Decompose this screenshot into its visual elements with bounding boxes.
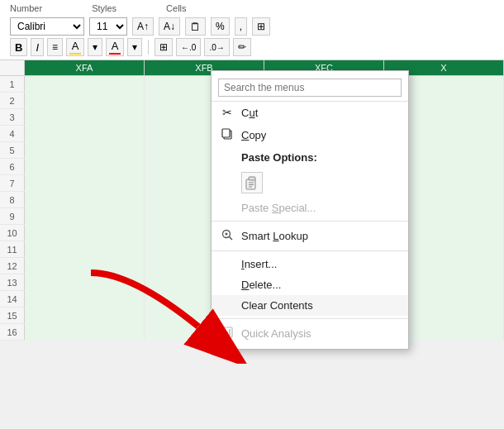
row-number: 12 xyxy=(0,258,25,274)
paste-icon-box xyxy=(212,168,408,198)
styles-label: Styles xyxy=(92,3,116,13)
row-number: 16 xyxy=(0,324,25,340)
grid-cell[interactable] xyxy=(25,225,145,241)
grid-cell[interactable] xyxy=(25,192,145,208)
ribbon: Number Styles Cells Calibri 11 A↑ A↓ 🗒 %… xyxy=(0,0,504,60)
row-number: 1 xyxy=(0,76,25,92)
row-number: 15 xyxy=(0,307,25,323)
row-number: 10 xyxy=(0,225,25,241)
grid-cell[interactable] xyxy=(25,76,145,93)
ribbon-sep xyxy=(148,40,149,55)
cells-label: Cells xyxy=(166,3,186,13)
grid-cell[interactable] xyxy=(25,324,145,341)
grid-cell[interactable] xyxy=(25,93,145,109)
row-number: 2 xyxy=(0,93,25,108)
grid-cell[interactable] xyxy=(25,208,145,225)
menu-item-copy[interactable]: Copy xyxy=(212,123,408,147)
highlight-icon: A xyxy=(72,40,79,52)
menu-item-delete[interactable]: Delete... xyxy=(212,274,408,295)
grid-cell[interactable] xyxy=(25,307,145,324)
italic-btn[interactable]: I xyxy=(31,38,44,56)
font-color-bar xyxy=(109,53,121,55)
cell-styles-btn[interactable]: 🗒 xyxy=(185,17,206,36)
menu-item-paste-options-header: Paste Options: xyxy=(212,147,408,168)
grid-cell[interactable] xyxy=(25,159,145,175)
menu-item-quick-analysis[interactable]: Quick Analysis xyxy=(212,322,408,346)
increase-font-btn[interactable]: A↑ xyxy=(132,17,154,36)
increase-decimal-btn[interactable]: .0→ xyxy=(204,38,229,56)
bold-btn[interactable]: B xyxy=(10,38,27,56)
font-color-btn[interactable]: A xyxy=(106,38,124,56)
copy-icon xyxy=(220,127,235,143)
row-header-spacer xyxy=(0,60,25,75)
col-header-xfa[interactable]: XFA xyxy=(25,60,145,75)
highlight-color-btn[interactable]: A xyxy=(66,38,84,56)
ribbon-row2: B I ≡ A ▾ A ▾ ⊞ ←.0 .0→ ✏ xyxy=(7,38,497,56)
highlight-bar xyxy=(69,53,81,55)
menu-item-cut[interactable]: ✂ Cut xyxy=(212,102,408,123)
font-size-select[interactable]: 11 xyxy=(89,17,127,36)
search-box-wrap xyxy=(212,74,408,102)
paste-icon-btn[interactable] xyxy=(241,172,263,193)
row-number: 3 xyxy=(0,109,25,125)
row-number: 7 xyxy=(0,175,25,191)
paste-special-label: Paste Special... xyxy=(241,202,316,214)
menu-sep-3 xyxy=(212,318,408,319)
align-btn[interactable]: ≡ xyxy=(47,38,63,56)
menu-item-paste-special[interactable]: Paste Special... xyxy=(212,198,408,218)
dropdown-btn1[interactable]: ▾ xyxy=(88,38,102,56)
svg-rect-1 xyxy=(222,129,230,137)
font-color-icon: A xyxy=(112,40,119,52)
ribbon-row1: Calibri 11 A↑ A↓ 🗒 % , ⊞ xyxy=(7,17,497,36)
ribbon-section-labels: Number Styles Cells xyxy=(7,3,497,13)
row-number: 8 xyxy=(0,192,25,207)
cut-label: Cut xyxy=(241,107,258,119)
clear-contents-label: Clear Contents xyxy=(241,299,313,312)
row-number: 6 xyxy=(0,159,25,174)
row-number: 11 xyxy=(0,241,25,257)
smart-lookup-label: Smart Lookup xyxy=(241,230,308,242)
comma-btn[interactable]: , xyxy=(235,17,247,36)
menu-sep-2 xyxy=(212,250,408,251)
decrease-decimal-btn[interactable]: ←.0 xyxy=(176,38,201,56)
row-number: 4 xyxy=(0,126,25,141)
copy-label: Copy xyxy=(241,129,266,141)
context-menu: ✂ Cut Copy Paste Options: Paste Spe xyxy=(211,70,409,350)
row-number: 13 xyxy=(0,274,25,290)
cut-icon: ✂ xyxy=(220,106,235,119)
number-label: Number xyxy=(10,3,42,13)
grid-cell[interactable] xyxy=(25,126,145,142)
borders-btn[interactable]: ⊞ xyxy=(155,38,173,56)
grid-cell[interactable] xyxy=(25,274,145,291)
insert-label: Insert... xyxy=(241,258,277,270)
quick-analysis-label: Quick Analysis xyxy=(241,327,311,340)
menu-item-clear-contents[interactable]: Clear Contents xyxy=(212,295,408,316)
menu-item-insert[interactable]: Insert... xyxy=(212,254,408,274)
dropdown-btn2[interactable]: ▾ xyxy=(127,38,142,56)
grid-cell[interactable] xyxy=(25,258,145,274)
svg-line-8 xyxy=(230,237,233,241)
decrease-font-btn[interactable]: A↓ xyxy=(159,17,180,36)
row-number: 14 xyxy=(0,291,25,307)
delete-label: Delete... xyxy=(241,279,281,291)
paint-format-btn[interactable]: ✏ xyxy=(233,38,251,56)
grid-cell[interactable] xyxy=(25,142,145,159)
grid-cell[interactable] xyxy=(25,175,145,192)
font-name-select[interactable]: Calibri xyxy=(10,17,84,36)
grid-cell[interactable] xyxy=(25,291,145,307)
grid-cell[interactable] xyxy=(25,109,145,126)
grid-cell[interactable] xyxy=(25,241,145,258)
smart-lookup-icon xyxy=(220,228,235,244)
svg-rect-3 xyxy=(249,177,255,180)
format-btn[interactable]: ⊞ xyxy=(252,17,270,36)
paste-options-label: Paste Options: xyxy=(241,151,317,164)
menu-search-input[interactable] xyxy=(218,79,402,97)
percent-btn[interactable]: % xyxy=(211,17,230,36)
quick-analysis-icon xyxy=(220,326,235,341)
row-number: 9 xyxy=(0,208,25,224)
row-number: 5 xyxy=(0,142,25,158)
menu-sep-1 xyxy=(212,221,408,222)
svg-point-9 xyxy=(226,233,228,236)
menu-item-smart-lookup[interactable]: Smart Lookup xyxy=(212,224,408,248)
